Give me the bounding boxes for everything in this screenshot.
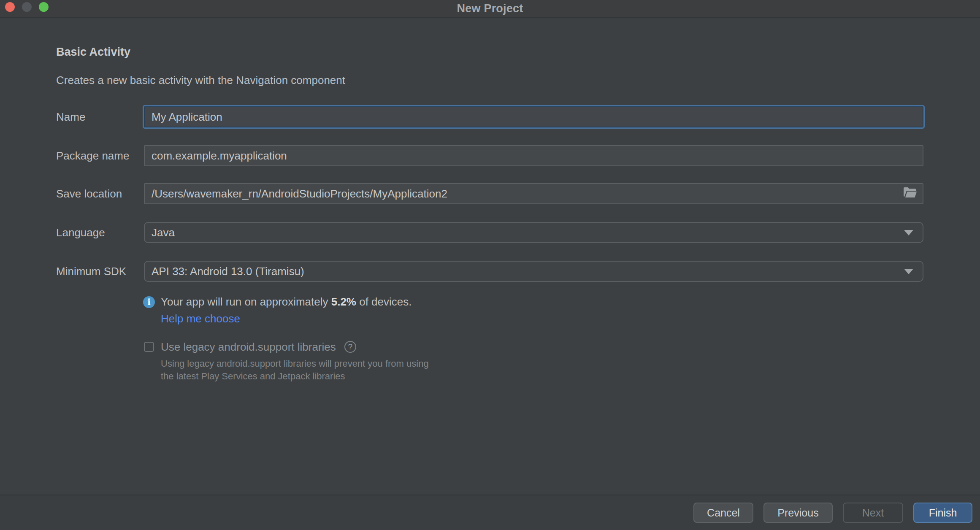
min-sdk-dropdown[interactable]: API 33: Android 13.0 (Tiramisu) bbox=[144, 261, 923, 282]
sdk-info-suffix: of devices. bbox=[356, 295, 412, 308]
sdk-info-note: i Your app will run on approximately 5.2… bbox=[143, 295, 412, 308]
language-dropdown[interactable]: Java bbox=[144, 222, 923, 243]
min-sdk-selected-value: API 33: Android 13.0 (Tiramisu) bbox=[152, 265, 904, 278]
footer-bar: Cancel Previous Next Finish bbox=[0, 495, 980, 530]
legacy-libraries-row: Use legacy android.support libraries ? bbox=[144, 337, 356, 357]
previous-button[interactable]: Previous bbox=[763, 503, 833, 523]
template-heading: Basic Activity bbox=[56, 46, 130, 59]
chevron-down-icon bbox=[904, 230, 913, 235]
question-icon[interactable]: ? bbox=[344, 341, 356, 353]
save-location-label: Save location bbox=[56, 187, 144, 200]
titlebar: New Project bbox=[0, 0, 980, 18]
folder-open-icon bbox=[903, 187, 917, 200]
sdk-info-prefix: Your app will run on approximately bbox=[161, 295, 331, 308]
save-location-row: Save location bbox=[56, 183, 923, 204]
new-project-dialog: New Project Basic Activity Creates a new… bbox=[0, 0, 980, 530]
zoom-window-button[interactable] bbox=[39, 2, 49, 12]
legacy-description-line1: Using legacy android.support libraries w… bbox=[161, 357, 429, 370]
minimize-window-button bbox=[22, 2, 32, 12]
cancel-button[interactable]: Cancel bbox=[693, 503, 753, 523]
browse-folder-button[interactable] bbox=[901, 183, 918, 204]
legacy-description-line2: the latest Play Services and Jetpack lib… bbox=[161, 370, 429, 383]
package-row: Package name bbox=[56, 145, 923, 166]
template-subtitle: Creates a new basic activity with the Na… bbox=[56, 74, 345, 87]
name-input[interactable] bbox=[144, 106, 923, 127]
name-label: Name bbox=[56, 111, 144, 124]
next-button: Next bbox=[843, 503, 903, 523]
close-window-button[interactable] bbox=[5, 2, 15, 12]
language-selected-value: Java bbox=[152, 226, 904, 239]
sdk-info-text: Your app will run on approximately 5.2% … bbox=[161, 295, 412, 308]
min-sdk-row: Minimum SDK API 33: Android 13.0 (Tirami… bbox=[56, 261, 923, 282]
finish-button[interactable]: Finish bbox=[913, 503, 972, 523]
sdk-info-percent: 5.2% bbox=[331, 295, 356, 308]
chevron-down-icon bbox=[904, 269, 913, 274]
help-me-choose-link[interactable]: Help me choose bbox=[161, 312, 240, 325]
save-location-input[interactable] bbox=[144, 183, 923, 204]
language-row: Language Java bbox=[56, 222, 923, 243]
package-name-input[interactable] bbox=[144, 145, 923, 166]
package-name-label: Package name bbox=[56, 149, 144, 162]
min-sdk-label: Minimum SDK bbox=[56, 265, 144, 278]
info-icon: i bbox=[143, 296, 155, 308]
language-label: Language bbox=[56, 226, 144, 239]
legacy-libraries-label: Use legacy android.support libraries bbox=[161, 341, 336, 354]
name-row: Name bbox=[56, 106, 923, 127]
legacy-libraries-description: Using legacy android.support libraries w… bbox=[161, 357, 429, 383]
legacy-libraries-checkbox[interactable] bbox=[144, 342, 154, 352]
traffic-lights bbox=[5, 2, 49, 12]
window-title: New Project bbox=[0, 2, 980, 15]
